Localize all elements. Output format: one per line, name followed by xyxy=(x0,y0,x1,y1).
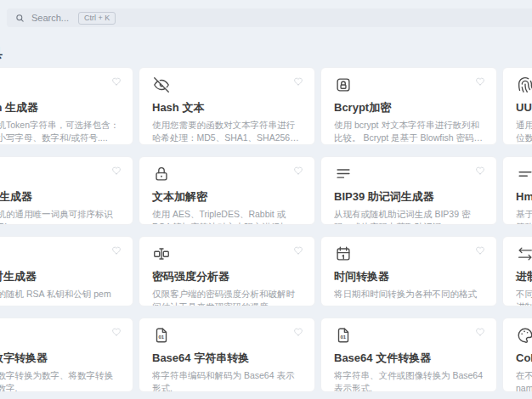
tool-description: 仅限客户端的密码强度分析和破解时间估计工具来发现密码的强度.... xyxy=(152,288,302,306)
page-title: 所有工具 xyxy=(0,45,20,61)
favorite-button[interactable] xyxy=(475,76,485,87)
heart-icon xyxy=(475,166,485,176)
heart-icon xyxy=(111,245,122,256)
search-placeholder[interactable]: Search... xyxy=(31,13,69,23)
tool-description: 生成新的随机 RSA 私钥和公钥 pem 证书. xyxy=(0,288,120,306)
tool-description: 通用唯一标识符 (UUID) 是一个 128 位数字，用于计算机系统中信息的标识… xyxy=(516,119,532,143)
tool-card-text-encrypt[interactable]: 文本加解密 使用 AES、TripleDES、Rabbit 或 RC4 等加密算… xyxy=(139,156,315,225)
tool-description: 使用 bcrypt 对文本字符串进行散列和比较。 Bcrypt 是基于 Blow… xyxy=(334,119,484,143)
tool-title: Bcrypt加密 xyxy=(334,100,484,115)
lock-icon xyxy=(152,165,171,183)
favorite-button[interactable] xyxy=(293,327,303,337)
tool-description: 将字符串编码和解码为 Base64 表示形式. xyxy=(152,369,302,392)
fingerprint-icon xyxy=(516,76,532,94)
tool-card-hmac-generator[interactable]: Hmac 生成器 基于密钥的哈希消息认证码，通常被简称为"Hash-based … xyxy=(502,156,532,225)
heart-icon xyxy=(475,327,485,337)
tool-title: UUIDs 生成器 xyxy=(516,100,532,115)
arrows-transfer-icon xyxy=(516,244,532,263)
lock-square-icon xyxy=(334,76,353,94)
tool-title: 罗马数字转换器 xyxy=(0,351,120,366)
tool-description: 将字符串、文件或图像转换为 Base64 表示形式. xyxy=(334,369,484,392)
tool-card-base-converter[interactable]: 进制转换器 不同进制之间转换数字：十进制、二进制、base64、十六进制等。 xyxy=(502,236,532,306)
tool-card-password-analyzer[interactable]: 密码强度分析器 仅限客户端的密码强度分析和破解时间估计工具来发现密码的强度...… xyxy=(139,236,315,306)
tool-title: 密钥对生成器 xyxy=(0,269,120,284)
heart-icon xyxy=(475,76,485,87)
tool-title: 进制转换器 xyxy=(516,269,532,284)
svg-text:01: 01 xyxy=(341,334,347,340)
heart-icon xyxy=(293,327,303,337)
align-left-icon xyxy=(334,165,353,183)
calendar-icon xyxy=(334,244,353,263)
tool-card-hash-text[interactable]: Hash 文本 使用您需要的函数对文本字符串进行哈希处理：MD5、SHA1、SH… xyxy=(139,67,315,145)
heart-icon xyxy=(293,76,303,87)
heart-icon xyxy=(293,166,303,176)
favorite-button[interactable] xyxy=(475,327,485,337)
tool-title: 时间转换器 xyxy=(334,269,484,284)
tool-title: Base64 文件转换器 xyxy=(334,351,484,366)
search-shortcut-badge: Ctrl + K xyxy=(78,12,116,25)
tool-card-roman-converter[interactable]: 罗马数字转换器 将罗马数字转换为数字、将数字转换为罗马数字. xyxy=(0,318,133,392)
tool-card-token-generator[interactable]: Token 生成器 生成随机Token字符串，可选择包含：大写或小写字母、数字和… xyxy=(0,67,133,145)
tool-description: 生成随机Token字符串，可选择包含：大写或小写字母、数字和/或符号.... xyxy=(0,119,120,143)
svg-text:01: 01 xyxy=(159,334,165,340)
tool-title: ULID 生成器 xyxy=(0,189,120,205)
favorite-button[interactable] xyxy=(111,245,122,256)
tool-description: 使用您需要的函数对文本字符串进行哈希处理：MD5、SHA1、SHA256、SHA… xyxy=(152,119,302,143)
tool-description: 使用 AES、TripleDES、Rabbit 或 RC4 等加密算法对文本明文… xyxy=(152,208,302,225)
tool-title: Hmac 生成器 xyxy=(516,189,532,205)
tool-description: 将日期和时间转换为各种不同的格式 xyxy=(334,288,484,301)
tool-description: 在不同格式 (hex, rgb, hsl 和 css name) 之间转换颜色。 xyxy=(516,369,532,392)
tools-grid: Token 生成器 生成随机Token字符串，可选择包含：大写或小写字母、数字和… xyxy=(0,67,532,392)
tool-description: 基于密钥的哈希消息认证码，通常被简称为"Hash-based message a… xyxy=(516,208,532,225)
heart-icon xyxy=(475,245,485,256)
favorite-button[interactable] xyxy=(111,166,122,176)
favorite-button[interactable] xyxy=(293,76,303,87)
tool-card-base64-file[interactable]: 01 Base64 文件转换器 将字符串、文件或图像转换为 Base64 表示形… xyxy=(320,318,497,392)
heart-icon xyxy=(111,327,122,337)
tool-card-bip39-generator[interactable]: BIP39 助记词生成器 从现有或随机助记词生成 BIP39 密码，或从密码中获… xyxy=(320,156,497,225)
tool-title: Base64 字符串转换 xyxy=(152,351,302,366)
heart-icon xyxy=(111,166,122,176)
tool-card-ulid-generator[interactable]: ULID 生成器 生成随机的通用唯一词典可排序标识符 (ULID). xyxy=(0,156,133,225)
favorite-button[interactable] xyxy=(111,76,122,87)
search-icon xyxy=(15,14,25,23)
file-digits-icon: 01 xyxy=(152,326,171,345)
tool-card-bcrypt[interactable]: Bcrypt加密 使用 bcrypt 对文本字符串进行散列和比较。 Bcrypt… xyxy=(320,67,497,145)
tool-card-date-converter[interactable]: 时间转换器 将日期和时间转换为各种不同的格式 xyxy=(320,236,497,306)
tool-title: Token 生成器 xyxy=(0,100,120,115)
favorite-button[interactable] xyxy=(293,245,303,256)
heart-icon xyxy=(293,245,303,256)
eye-off-icon xyxy=(152,76,171,94)
tool-title: Hash 文本 xyxy=(152,100,302,115)
tool-title: 密码强度分析器 xyxy=(152,269,302,284)
tool-title: BIP39 助记词生成器 xyxy=(334,189,484,205)
tool-card-color-converter[interactable]: Color 转换器 在不同格式 (hex, rgb, hsl 和 css nam… xyxy=(502,318,532,392)
equal-lines-icon xyxy=(516,165,532,183)
password-cursor-icon xyxy=(152,244,171,263)
tool-title: 文本加解密 xyxy=(152,189,302,205)
heart-icon xyxy=(111,76,122,87)
tool-description: 不同进制之间转换数字：十进制、二进制、base64、十六进制等。 xyxy=(516,288,532,306)
favorite-button[interactable] xyxy=(475,245,485,256)
tool-card-uuids-generator[interactable]: UUIDs 生成器 通用唯一标识符 (UUID) 是一个 128 位数字，用于计… xyxy=(502,67,532,145)
tool-description: 将罗马数字转换为数字、将数字转换为罗马数字. xyxy=(0,369,120,392)
tool-description: 从现有或随机助记词生成 BIP39 密码，或从密码中获取助记词。 ... xyxy=(334,208,484,225)
tool-title: Color 转换器 xyxy=(516,351,532,366)
palette-icon xyxy=(516,326,532,345)
tool-description: 生成随机的通用唯一词典可排序标识符 (ULID). xyxy=(0,208,120,225)
tool-card-base64-string[interactable]: 01 Base64 字符串转换 将字符串编码和解码为 Base64 表示形式. xyxy=(139,318,315,392)
file-digits-icon: 01 xyxy=(334,326,353,345)
search-bar[interactable]: Search... Ctrl + K xyxy=(7,8,532,27)
favorite-button[interactable] xyxy=(475,166,485,176)
favorite-button[interactable] xyxy=(293,166,303,176)
tool-card-keypair-generator[interactable]: 密钥对生成器 生成新的随机 RSA 私钥和公钥 pem 证书. xyxy=(0,236,133,306)
favorite-button[interactable] xyxy=(111,327,122,337)
